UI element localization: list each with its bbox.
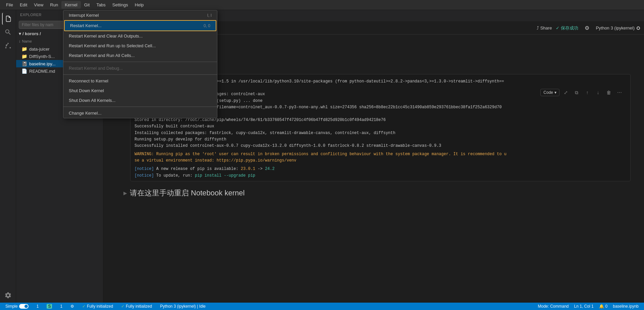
menu-help[interactable]: Help xyxy=(131,1,147,9)
menu-restart-debug: Restart Kernel and Debug... xyxy=(63,63,217,73)
activity-git-icon[interactable] xyxy=(2,40,14,52)
menu-interrupt-kernel[interactable]: Interrupt Kernel I, I xyxy=(63,10,217,20)
notice1-text: A new release of pip is available: xyxy=(156,167,241,171)
status-line-num[interactable]: 1 xyxy=(34,303,42,310)
output-line-9: Installing collected packages: fastrlock… xyxy=(135,130,626,136)
cell-heading-text: 请在这里手动重启 Notebook kernel xyxy=(130,188,245,198)
folder-icon-diffsynth: 📁 xyxy=(21,54,27,59)
menu-restart-run-all[interactable]: Restart Kernel and Run All Cells... xyxy=(63,51,217,60)
notice1-to: 24.2 xyxy=(265,167,275,171)
menu-tabs[interactable]: Tabs xyxy=(93,1,109,9)
share-button[interactable]: ⤴ Share xyxy=(537,25,552,30)
status-left: Simple 1 S 1 ⚙ ✓ Fully initialized ✓ Ful… xyxy=(3,303,208,310)
restart-kernel-shortcut: 0, 0 xyxy=(204,23,210,28)
restart-run-to-label: Restart Kernel and Run up to Selected Ce… xyxy=(69,43,156,48)
gear-icon: ⚙ xyxy=(70,304,74,309)
readme-label: README.md xyxy=(29,69,55,74)
s-text: S xyxy=(47,304,52,309)
menu-restart-clear[interactable]: Restart Kernel and Clear All Outputs... xyxy=(63,31,217,41)
status-initialized1[interactable]: ✓ Fully initialized xyxy=(79,303,116,310)
toggle-track xyxy=(19,304,29,309)
diffsynth-label: DiffSynth-S... xyxy=(29,54,55,59)
ln-col-text: Ln 1, Col 1 xyxy=(574,304,594,309)
cell-expand-button[interactable]: ⤢ xyxy=(561,88,570,97)
restart-debug-label: Restart Kernel and Debug... xyxy=(69,66,123,71)
cell-up-button[interactable]: ↑ xyxy=(583,88,592,97)
status-mode[interactable]: Mode: Command xyxy=(535,303,571,310)
toolbar-settings-button[interactable]: ⚙ xyxy=(582,23,592,33)
restart-kernel-label: Restart Kernel... xyxy=(70,23,102,28)
cell-type-dropdown-label: Code xyxy=(543,90,553,95)
data-juicer-label: data-juicer xyxy=(29,47,50,52)
status-bell[interactable]: 🔔 0 xyxy=(596,303,610,310)
notice2-cmd: pip install --upgrade pip xyxy=(195,173,255,178)
cell-more-button[interactable]: ⋯ xyxy=(615,88,624,97)
status-kernel-idle[interactable]: Python 3 (ipykernel) | Idle xyxy=(157,303,208,310)
status-s-label[interactable]: S xyxy=(44,303,55,310)
menu-run[interactable]: Run xyxy=(47,1,61,9)
output-line-8: Successfully built controlnet-aux xyxy=(135,123,626,130)
toggle-switch[interactable] xyxy=(19,304,29,309)
menu-file[interactable]: File xyxy=(3,1,16,9)
status-ln-col[interactable]: Ln 1, Col 1 xyxy=(572,303,596,310)
menu-sep-2 xyxy=(63,74,217,75)
restart-clear-label: Restart Kernel and Clear All Outputs... xyxy=(69,34,143,39)
output-notice1: [notice] A new release of pip is availab… xyxy=(135,166,626,172)
menu-change-kernel[interactable]: Change Kernel... xyxy=(63,108,217,118)
menu-sep-1 xyxy=(63,62,217,62)
menu-restart-run-to[interactable]: Restart Kernel and Run up to Selected Ce… xyxy=(63,41,217,51)
cell-copy-button[interactable]: ⧉ xyxy=(572,88,581,97)
notebook-icon-baseline: 📓 xyxy=(21,61,27,66)
initialized2-text: Fully initialized xyxy=(126,304,152,309)
menu-shutdown-kernel[interactable]: Shut Down Kernel xyxy=(63,86,217,96)
status-spaces2[interactable]: 1 xyxy=(57,303,65,310)
menu-edit[interactable]: Edit xyxy=(16,1,31,9)
status-simple[interactable]: Simple xyxy=(3,303,31,310)
menu-settings[interactable]: Settings xyxy=(109,1,131,9)
output-notice2: [notice] To update, run: pip install --u… xyxy=(135,173,626,179)
status-initialized2[interactable]: ✓ Fully initialized xyxy=(118,303,155,310)
status-bar: Simple 1 S 1 ⚙ ✓ Fully initialized ✓ Ful… xyxy=(0,303,644,310)
activity-search-icon[interactable] xyxy=(2,26,14,38)
cell-type-dropdown[interactable]: Code ▾ xyxy=(540,89,559,96)
file-icon-readme: 📄 xyxy=(21,68,27,74)
kernel-label: Python 3 (ipykernel) xyxy=(596,25,635,30)
save-status-text: 保存成功 xyxy=(561,25,578,31)
toolbar-right: ⤴ Share ✓ 保存成功 ⚙ Python 3 (ipykernel) xyxy=(537,23,640,33)
status-gear[interactable]: ⚙ xyxy=(68,303,77,310)
output-line-11: Successfully installed controlnet-aux-0.… xyxy=(135,143,626,149)
share-icon: ⤴ xyxy=(537,25,539,30)
kernel-idle-text: Python 3 (ipykernel) | Idle xyxy=(160,304,206,309)
menu-shutdown-all[interactable]: Shut Down All Kernels... xyxy=(63,96,217,105)
notice2-prefix: [notice] xyxy=(135,173,154,178)
activity-settings-icon[interactable] xyxy=(2,289,14,301)
interrupt-kernel-shortcut: I, I xyxy=(207,13,212,18)
folder-icon-data-juicer: 📁 xyxy=(21,46,27,52)
status-filename[interactable]: baseline.ipynb xyxy=(610,303,641,310)
menu-restart-kernel[interactable]: Restart Kernel... 0, 0 xyxy=(64,20,216,31)
menu-reconnect[interactable]: Reconnect to Kernel xyxy=(63,76,217,86)
menu-view[interactable]: View xyxy=(31,1,47,9)
restart-run-all-label: Restart Kernel and Run All Cells... xyxy=(69,53,135,58)
kernel-status[interactable]: Python 3 (ipykernel) xyxy=(596,25,640,30)
cell-down-button[interactable]: ↓ xyxy=(594,88,602,97)
shutdown-kernel-label: Shut Down Kernel xyxy=(69,88,104,93)
svg-point-1 xyxy=(5,47,6,49)
svg-point-0 xyxy=(7,43,9,44)
menu-sep-3 xyxy=(63,107,217,107)
activity-files-icon[interactable] xyxy=(2,13,14,25)
kernel-dropdown-menu: Interrupt Kernel I, I Restart Kernel... … xyxy=(63,10,217,118)
notice2-text: To update, run: xyxy=(156,173,195,178)
change-kernel-label: Change Kernel... xyxy=(69,111,102,116)
cell-type-dropdown-chevron-icon: ▾ xyxy=(554,90,556,95)
reconnect-label: Reconnect to Kernel xyxy=(69,78,108,83)
svg-point-2 xyxy=(9,47,11,49)
shutdown-all-label: Shut Down All Kernels... xyxy=(69,98,115,103)
bell-count: 0 xyxy=(605,304,608,309)
kernel-circle-icon xyxy=(637,26,640,30)
menu-kernel[interactable]: Kernel xyxy=(61,1,81,9)
menu-git[interactable]: Git xyxy=(81,1,93,9)
cell-delete-button[interactable]: 🗑 xyxy=(604,88,613,97)
interrupt-kernel-label: Interrupt Kernel xyxy=(69,13,99,18)
line-num-label: 1 xyxy=(37,304,39,309)
